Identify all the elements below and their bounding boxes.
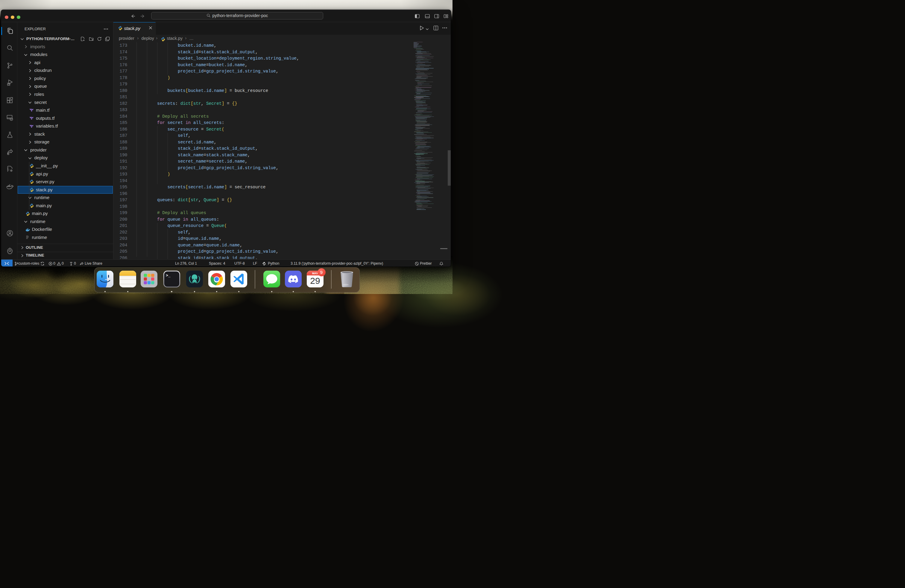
svg-text:>_: >_ — [166, 273, 171, 278]
svg-text:29: 29 — [310, 276, 320, 286]
